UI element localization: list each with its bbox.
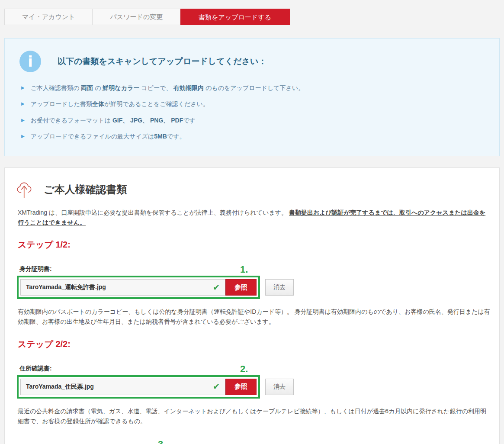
- tab-upload-documents[interactable]: 書類をアップロードする: [180, 9, 290, 25]
- identity-filename: TaroYamada_運転免許書.jpg: [26, 283, 106, 291]
- account-tabs: マイ・アカウント パスワードの変更 書類をアップロードする: [4, 9, 500, 25]
- bullet-text: お受付できるフォーマットは GIF、 JPG、 PNG、 PDFです: [31, 116, 196, 125]
- page-title: ご本人様確認書類: [44, 183, 127, 196]
- info-icon: i: [19, 51, 41, 72]
- cloud-upload-icon: [16, 180, 34, 199]
- info-bullet: ▶ アップロードした書類全体が鮮明であることをご確認ください。: [21, 100, 486, 108]
- checkmark-icon: ✔: [213, 382, 220, 392]
- identity-description: 有効期限内のパスポートのカラーコピー、もしくは公的な身分証明書（運転免許証やID…: [18, 307, 491, 327]
- step2-heading: ステップ 2/2:: [18, 338, 491, 350]
- triangle-bullet-icon: ▶: [21, 133, 25, 140]
- triangle-bullet-icon: ▶: [21, 101, 25, 107]
- triangle-bullet-icon: ▶: [21, 85, 25, 91]
- info-title: 以下の書類をスキャンしてアップロードしてください：: [58, 56, 266, 67]
- identity-document-label: 身分証明書:: [19, 265, 491, 273]
- annotation-3: 3.: [158, 439, 166, 444]
- triangle-bullet-icon: ▶: [21, 117, 25, 124]
- address-clear-button[interactable]: 消去: [265, 379, 294, 395]
- identity-browse-button[interactable]: 参照: [225, 279, 257, 296]
- info-bullet: ▶ ご本人確認書類の 両面 の 鮮明なカラー コピーで、 有効期限内 のものをア…: [21, 84, 486, 92]
- info-bullet: ▶ アップロードできるファイルの最大サイズは5MBです。: [21, 132, 486, 141]
- identity-file-input[interactable]: TaroYamada_運転免許書.jpg ✔: [20, 279, 225, 296]
- identity-upload-row: 1. TaroYamada_運転免許書.jpg ✔ 参照 消去: [17, 276, 491, 299]
- address-file-input[interactable]: TaroYamada_住民票.jpg ✔: [20, 379, 225, 395]
- info-bullet-list: ▶ ご本人確認書類の 両面 の 鮮明なカラー コピーで、 有効期限内 のものをア…: [18, 84, 486, 141]
- address-browse-button[interactable]: 参照: [225, 379, 257, 395]
- section-header: ご本人様確認書類: [16, 180, 491, 199]
- tab-change-password[interactable]: パスワードの変更: [93, 9, 180, 25]
- tab-my-account[interactable]: マイ・アカウント: [4, 9, 93, 25]
- upload-instructions-box: i 以下の書類をスキャンしてアップロードしてください： ▶ ご本人確認書類の 両…: [4, 38, 500, 156]
- bullet-text: アップロードできるファイルの最大サイズは5MBです。: [31, 132, 186, 141]
- info-header: i 以下の書類をスキャンしてアップロードしてください：: [19, 51, 486, 72]
- identity-highlight-box: TaroYamada_運転免許書.jpg ✔ 参照: [17, 276, 260, 299]
- identity-documents-panel: ご本人様確認書類 XMTrading は、口座開設申込に必要な提出書類を保管する…: [4, 167, 500, 444]
- address-description: 最近の公共料金の請求書（電気、ガス、水道、電話、インターネットおよび／もしくはケ…: [18, 406, 491, 426]
- address-highlight-box: TaroYamada_住民票.jpg ✔ 参照: [17, 375, 260, 399]
- bullet-text: ご本人確認書類の 両面 の 鮮明なカラー コピーで、 有効期限内 のものをアップ…: [31, 84, 305, 92]
- step1-heading: ステップ 1/2:: [18, 239, 491, 251]
- address-filename: TaroYamada_住民票.jpg: [26, 383, 94, 391]
- annotation-1: 1.: [240, 264, 248, 275]
- info-bullet: ▶ お受付できるフォーマットは GIF、 JPG、 PNG、 PDFです: [21, 116, 486, 125]
- annotation-2: 2.: [240, 364, 248, 375]
- address-document-label: 住所確認書:: [19, 365, 491, 373]
- checkmark-icon: ✔: [213, 283, 220, 293]
- intro-paragraph: XMTrading は、口座開設申込に必要な提出書類を保管することが法律上、義務…: [18, 208, 491, 228]
- address-upload-row: 2. TaroYamada_住民票.jpg ✔ 参照 消去: [17, 375, 491, 399]
- identity-clear-button[interactable]: 消去: [265, 279, 294, 296]
- bullet-text: アップロードした書類全体が鮮明であることをご確認ください。: [31, 100, 209, 108]
